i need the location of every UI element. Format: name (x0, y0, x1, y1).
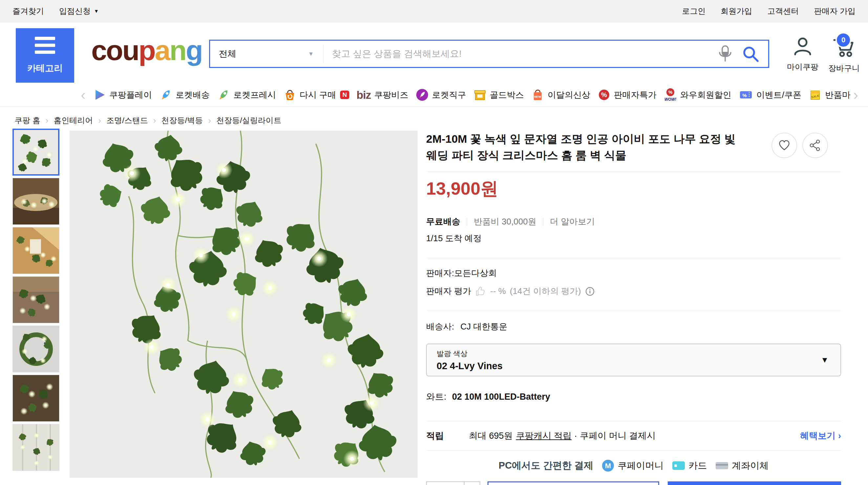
category-button[interactable]: 카테고리 (16, 28, 74, 83)
bag-new-icon: NEW (531, 88, 544, 101)
payment-method-coupay: M 쿠페이머니 (602, 459, 663, 472)
chevron-right-icon: › (838, 431, 841, 441)
product-thumbnail[interactable] (12, 129, 59, 175)
return-fee-label: 반품비 30,000원 (474, 216, 536, 227)
payment-method-bank: 계좌이체 (715, 459, 769, 472)
quantity-stepper[interactable]: 1 (426, 481, 480, 485)
share-button[interactable] (802, 133, 828, 158)
share-icon (809, 139, 822, 152)
nav-rocket-fresh[interactable]: 로켓프레시 (217, 88, 276, 101)
search-icon[interactable] (741, 45, 760, 63)
goldbox-icon (473, 88, 487, 101)
product-thumbnail[interactable] (12, 375, 59, 422)
dot-separator: · (574, 431, 577, 441)
product-thumbnail[interactable] (12, 227, 59, 274)
seller-name[interactable]: 판매자:모든다상회 (426, 267, 841, 279)
watt-row: 와트: 02 10M 100LED-Battery (426, 391, 841, 402)
wishlist-button[interactable] (772, 133, 797, 158)
chevron-right-icon: › (208, 116, 211, 126)
svg-text:M: M (605, 462, 611, 470)
courier-name: CJ 대한통운 (460, 322, 507, 331)
arrival-estimate: 1/15 도착 예정 (426, 233, 841, 244)
chevron-left-icon[interactable]: ‹ (81, 88, 86, 101)
nav-gold-box[interactable]: 골드박스 (473, 88, 524, 101)
learn-more-link[interactable]: 더 알아보기 (550, 216, 595, 227)
product-thumbnail[interactable] (12, 424, 59, 471)
breadcrumb-item[interactable]: 천장등/벽등 (161, 115, 203, 126)
info-icon[interactable] (585, 287, 595, 296)
purchase-row: 1 장바구니 담기 바로구매 › (426, 481, 841, 485)
nav-coupang-play[interactable]: 쿠팡플레이 (93, 88, 152, 101)
chevron-down-icon: ▼ (308, 51, 314, 58)
microphone-icon[interactable] (718, 45, 733, 62)
divider (467, 218, 467, 226)
chevron-down-icon: ▼ (94, 8, 99, 14)
seller-rating-row: 판매자 평가 -- % (14건 이하의 평가) (426, 286, 841, 297)
product-thumbnail[interactable] (12, 325, 59, 373)
nav-rocket-jikgu[interactable]: 로켓직구 (415, 88, 466, 101)
product-thumbnail[interactable] (12, 178, 59, 225)
thumbs-up-icon (475, 286, 486, 297)
breadcrumb-item[interactable]: 천장등/실링라이트 (216, 115, 282, 126)
rocket-purple-icon (415, 88, 429, 101)
breadcrumb-item[interactable]: 조명/스탠드 (106, 115, 148, 126)
store-icon (866, 88, 868, 101)
payment-row: PC에서도 간편한 결제 M 쿠페이머니 카드 계좌이체 (426, 459, 841, 472)
reward-max: 최대 695원 (469, 430, 513, 442)
svg-text:NEW: NEW (534, 95, 541, 98)
customer-center-link[interactable]: 고객센터 (767, 6, 799, 17)
new-badge: N (340, 91, 349, 99)
favorites-link[interactable]: 즐겨찾기 (12, 6, 44, 17)
product-thumbnail[interactable] (12, 276, 59, 323)
login-link[interactable]: 로그인 (682, 6, 706, 17)
my-coupang-button[interactable]: 마이쿠팡 (781, 35, 824, 72)
divider (426, 258, 841, 258)
option-label: 발광 색상 (437, 349, 503, 359)
rocket-blue-icon (159, 88, 172, 101)
chevron-right-icon: › (153, 116, 156, 126)
nav-buy-again[interactable]: 다시 구매 N (283, 88, 349, 101)
benefit-link[interactable]: 혜택보기 › (800, 430, 841, 442)
nav-wow-discount[interactable]: % WOW! 와우회원할인 (664, 88, 732, 102)
option-value: 02 4-Lvy Vines (437, 361, 503, 371)
breadcrumb-home[interactable]: 쿠팡 홈 (14, 115, 40, 126)
ticket-icon: % (739, 88, 753, 101)
quantity-value: 1 (427, 482, 464, 485)
buy-now-button[interactable]: 바로구매 › (668, 481, 841, 485)
search-scope-select[interactable]: 전체 ▼ (210, 48, 323, 60)
seller-signup-link[interactable]: 판매자 가입 (814, 6, 856, 17)
coupang-logo[interactable]: coupang (91, 34, 202, 67)
main-header: 카테고리 coupang 전체 ▼ 마이쿠팡 (0, 22, 868, 83)
add-to-cart-button[interactable]: 장바구니 담기 (488, 481, 659, 485)
nav-new-arrivals[interactable]: NEW 이달의신상 (531, 88, 590, 101)
sale-box-icon: SALE (809, 88, 822, 101)
basket-icon (283, 88, 297, 101)
seller-rating-label: 판매자 평가 (426, 286, 471, 297)
rocket-green-icon (217, 88, 230, 101)
product-main-image[interactable] (70, 131, 417, 478)
option-select[interactable]: 발광 색상 02 4-Lvy Vines ▼ (426, 344, 841, 377)
seller-apply-link[interactable]: 입점신청 ▼ (59, 6, 99, 17)
quick-nav-strip: ‹ 쿠팡플레이 로켓배송 로켓프레시 (0, 83, 868, 107)
quantity-increase-button[interactable] (465, 482, 479, 485)
seller-rating-value: -- % (490, 286, 506, 296)
signup-link[interactable]: 회원가입 (721, 6, 752, 17)
breadcrumb-item[interactable]: 홈인테리어 (54, 115, 93, 126)
free-shipping-label: 무료배송 (426, 216, 460, 227)
coupang-cash-link[interactable]: 쿠팡캐시 적립 (516, 430, 572, 442)
breadcrumb: 쿠팡 홈 › 홈인테리어 › 조명/스탠드 › 천장등/벽등 › 천장등/실링라… (0, 107, 868, 126)
search-input[interactable] (323, 48, 718, 59)
nav-seller-deals[interactable]: % 판매자특가 (597, 88, 657, 101)
svg-text:%: % (669, 90, 673, 95)
nav-rocket-delivery[interactable]: 로켓배송 (159, 88, 210, 101)
cart-count-badge: 0 (836, 32, 851, 48)
nav-coupang-biz[interactable]: biz 쿠팡비즈 (356, 89, 408, 101)
top-utility-bar: 즐겨찾기 입점신청 ▼ 로그인 회원가입 고객센터 판매자 가입 (0, 0, 868, 22)
percent-seal-icon: % (597, 88, 611, 101)
cart-button[interactable]: 0 장바구니 (823, 35, 865, 73)
svg-text:%: % (742, 93, 747, 98)
svg-text:%: % (601, 91, 607, 98)
nav-event-coupon[interactable]: % 이벤트/쿠폰 (739, 88, 801, 101)
chevron-right-icon[interactable]: › (850, 88, 858, 101)
nav-store-partial[interactable] (866, 88, 868, 101)
